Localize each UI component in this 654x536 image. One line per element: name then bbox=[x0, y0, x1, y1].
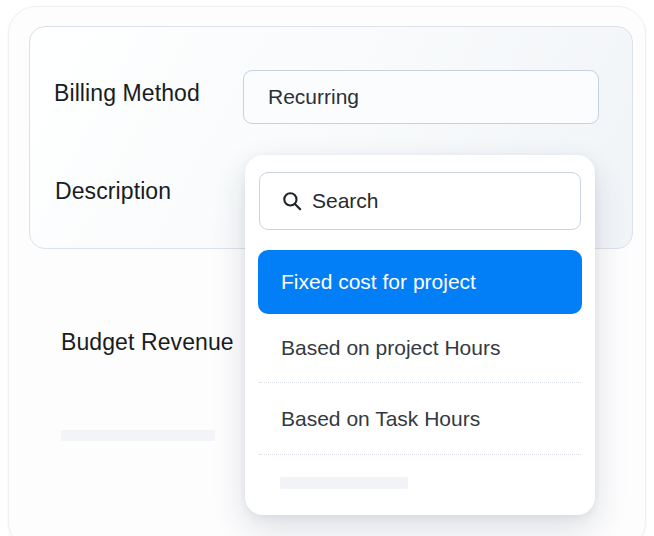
dropdown-option[interactable]: Based on project Hours bbox=[259, 314, 581, 383]
search-input[interactable] bbox=[312, 189, 552, 213]
description-dropdown: Fixed cost for project Based on project … bbox=[245, 155, 595, 515]
dropdown-search-box[interactable] bbox=[259, 172, 581, 230]
dropdown-option[interactable]: Based on Task Hours bbox=[259, 383, 581, 455]
dropdown-option-label: Based on Task Hours bbox=[281, 407, 480, 431]
billing-method-select[interactable]: Recurring bbox=[243, 70, 599, 124]
billing-method-label: Billing Method bbox=[54, 79, 200, 107]
search-icon bbox=[282, 191, 302, 211]
screen: Billing Method Recurring Description Bud… bbox=[0, 0, 654, 536]
dropdown-option-selected[interactable]: Fixed cost for project bbox=[258, 250, 582, 314]
dropdown-option-label: Fixed cost for project bbox=[281, 270, 476, 294]
dropdown-option-label: Based on project Hours bbox=[281, 336, 500, 360]
description-label: Description bbox=[55, 177, 171, 205]
dropdown-skeleton-placeholder bbox=[280, 477, 408, 489]
budget-skeleton-placeholder bbox=[61, 430, 215, 441]
budget-revenue-label: Budget Revenue bbox=[61, 328, 234, 356]
billing-method-value: Recurring bbox=[268, 85, 359, 109]
